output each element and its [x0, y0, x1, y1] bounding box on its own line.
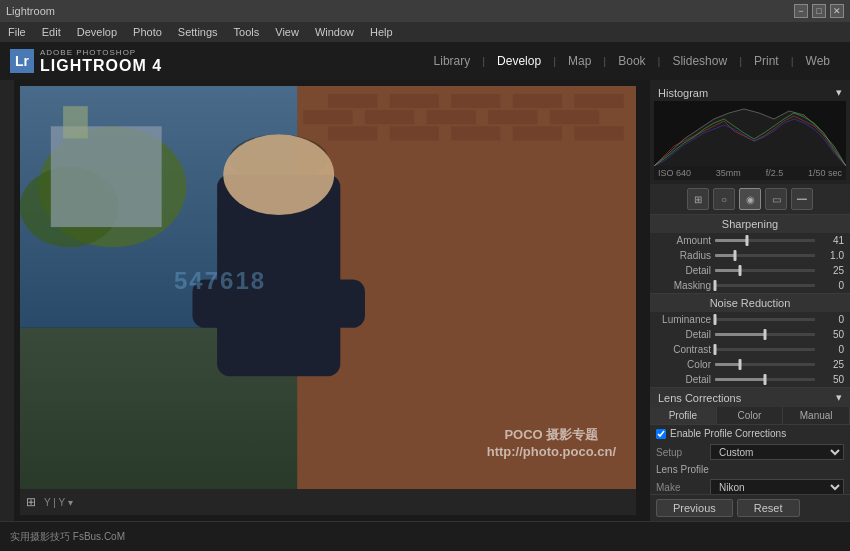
tab-color[interactable]: Color	[717, 407, 784, 424]
nr-detail2-track[interactable]	[715, 378, 815, 381]
svg-rect-8	[513, 94, 562, 108]
scroll-area[interactable]	[642, 80, 650, 521]
svg-rect-10	[303, 110, 352, 124]
menu-window[interactable]: Window	[315, 26, 354, 38]
setup-row: Setup Custom	[650, 442, 850, 462]
close-button[interactable]: ✕	[830, 4, 844, 18]
title-bar: Lightroom − □ ✕	[0, 0, 850, 22]
redeye-tool[interactable]: ◉	[739, 188, 761, 210]
lens-title: Lens Corrections	[658, 392, 741, 404]
masking-value: 0	[819, 280, 844, 291]
luminance-row: Luminance 0	[650, 312, 850, 327]
amount-label: Amount	[656, 235, 711, 246]
svg-rect-15	[328, 126, 377, 140]
lens-profile-label: Lens Profile	[650, 462, 850, 477]
tool-strip: ⊞ ○ ◉ ▭ ━━	[650, 184, 850, 214]
photo-area: 547618 POCO 摄影专题 http://photo.poco.cn/	[20, 86, 636, 489]
menu-edit[interactable]: Edit	[42, 26, 61, 38]
lens-chevron: ▾	[836, 391, 842, 404]
luminance-track[interactable]	[715, 318, 815, 321]
app-header: Lr ADOBE PHOTOSHOP LIGHTROOM 4 Library |…	[0, 42, 850, 80]
nr-detail-value: 50	[819, 329, 844, 340]
masking-label: Masking	[656, 280, 711, 291]
amount-track[interactable]	[715, 239, 815, 242]
right-panel: Histogram ▾	[650, 80, 850, 521]
grad-tool[interactable]: ▭	[765, 188, 787, 210]
watermark: POCO 摄影专题 http://photo.poco.cn/	[487, 426, 616, 459]
detail-row: Detail 25	[650, 263, 850, 278]
luminance-label: Luminance	[656, 314, 711, 325]
reset-button[interactable]: Reset	[737, 499, 800, 517]
spot-tool[interactable]: ○	[713, 188, 735, 210]
tab-manual[interactable]: Manual	[783, 407, 850, 424]
grid-icon[interactable]: ⊞	[26, 495, 36, 509]
iso-value: ISO 640	[658, 168, 691, 178]
color-track[interactable]	[715, 363, 815, 366]
nav-web[interactable]: Web	[796, 50, 840, 72]
nr-detail-track[interactable]	[715, 333, 815, 336]
menu-develop[interactable]: Develop	[77, 26, 117, 38]
nav-develop[interactable]: Develop	[487, 50, 551, 72]
menu-help[interactable]: Help	[370, 26, 393, 38]
menu-file[interactable]: File	[8, 26, 26, 38]
svg-rect-6	[390, 94, 439, 108]
photo-bottom-bar: ⊞ Y | Y ▾	[20, 489, 636, 515]
nav-slideshow[interactable]: Slideshow	[662, 50, 737, 72]
radius-label: Radius	[656, 250, 711, 261]
minimize-button[interactable]: −	[794, 4, 808, 18]
lens-value: 35mm	[716, 168, 741, 178]
lens-header[interactable]: Lens Corrections ▾	[650, 388, 850, 407]
svg-rect-19	[574, 126, 623, 140]
menu-bar: File Edit Develop Photo Settings Tools V…	[0, 22, 850, 42]
svg-rect-17	[451, 126, 500, 140]
nav-book[interactable]: Book	[608, 50, 655, 72]
sharpening-header[interactable]: Sharpening	[650, 215, 850, 233]
menu-photo[interactable]: Photo	[133, 26, 162, 38]
enable-corrections-checkbox[interactable]	[656, 429, 666, 439]
setup-label: Setup	[656, 447, 706, 458]
app-name: LIGHTROOM 4	[40, 57, 162, 75]
left-panel	[0, 80, 14, 521]
nr-detail-label: Detail	[656, 329, 711, 340]
footer-text: 实用摄影技巧 FsBus.CoM	[10, 530, 125, 544]
maximize-button[interactable]: □	[812, 4, 826, 18]
brush-tool[interactable]: ━━	[791, 188, 813, 210]
svg-rect-14	[550, 110, 599, 124]
make-row: Make Nikon	[650, 477, 850, 494]
masking-track[interactable]	[715, 284, 815, 287]
detail-label: Detail	[656, 265, 711, 276]
histogram-chevron[interactable]: ▾	[836, 86, 842, 99]
menu-tools[interactable]: Tools	[234, 26, 260, 38]
nav-print[interactable]: Print	[744, 50, 789, 72]
make-label: Make	[656, 482, 706, 493]
setup-select[interactable]: Custom	[710, 444, 844, 460]
watermark-line2: http://photo.poco.cn/	[487, 444, 616, 459]
histogram-title: Histogram	[658, 87, 708, 99]
radius-track[interactable]	[715, 254, 815, 257]
svg-rect-12	[427, 110, 476, 124]
adobe-label: ADOBE PHOTOSHOP	[40, 48, 162, 57]
enable-corrections-label: Enable Profile Corrections	[670, 428, 786, 439]
nr-detail-row: Detail 50	[650, 327, 850, 342]
make-select[interactable]: Nikon	[710, 479, 844, 494]
nr-contrast-value: 0	[819, 344, 844, 355]
detail-track[interactable]	[715, 269, 815, 272]
menu-settings[interactable]: Settings	[178, 26, 218, 38]
tab-profile[interactable]: Profile	[650, 407, 717, 424]
amount-value: 41	[819, 235, 844, 246]
nav-map[interactable]: Map	[558, 50, 601, 72]
svg-rect-9	[574, 94, 623, 108]
center-content: 547618 POCO 摄影专题 http://photo.poco.cn/ ⊞…	[14, 80, 642, 521]
menu-view[interactable]: View	[275, 26, 299, 38]
nr-contrast-track[interactable]	[715, 348, 815, 351]
crop-tool[interactable]: ⊞	[687, 188, 709, 210]
svg-rect-11	[365, 110, 414, 124]
lr-badge: Lr	[10, 49, 34, 73]
svg-rect-18	[513, 126, 562, 140]
previous-button[interactable]: Previous	[656, 499, 733, 517]
masking-row: Masking 0	[650, 278, 850, 293]
footer-bar: 实用摄影技巧 FsBus.CoM	[0, 521, 850, 551]
nav-library[interactable]: Library	[424, 50, 481, 72]
noise-header[interactable]: Noise Reduction	[650, 294, 850, 312]
lens-section: Lens Corrections ▾ Profile Color Manual …	[650, 387, 850, 494]
